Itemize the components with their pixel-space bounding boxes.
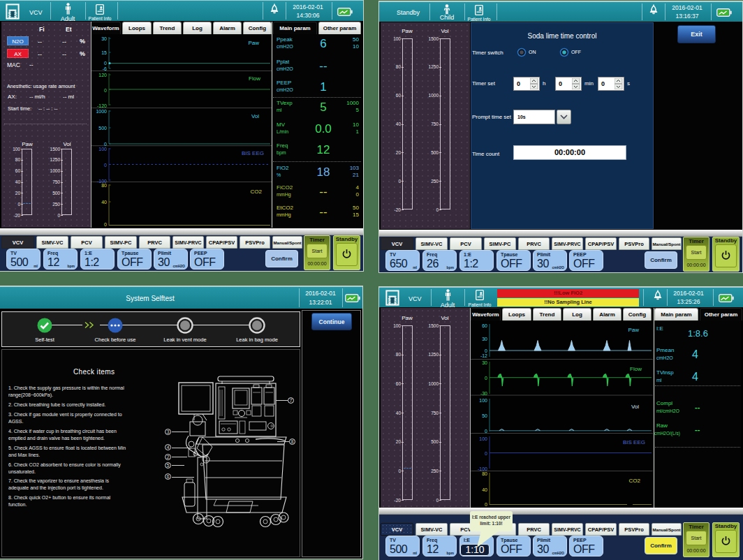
svg-text:30: 30 [482, 360, 487, 365]
svg-text:BIS EEG: BIS EEG [623, 439, 645, 445]
svg-text:Paw: Paw [248, 40, 259, 46]
svg-text:Flow: Flow [249, 75, 260, 82]
svg-text:Paw: Paw [628, 327, 639, 333]
svg-text:50: 50 [482, 413, 487, 418]
svg-text:0: 0 [104, 222, 107, 227]
svg-text:Vol: Vol [251, 113, 259, 119]
svg-text:-100: -100 [478, 466, 487, 471]
svg-text:15: 15 [101, 50, 107, 55]
svg-text:-6: -6 [103, 66, 107, 71]
svg-text:CO2: CO2 [629, 478, 641, 484]
svg-text:-12: -12 [480, 353, 487, 358]
svg-text:Vol: Vol [631, 404, 639, 410]
svg-text:80: 80 [482, 471, 487, 476]
svg-text:100: 100 [98, 147, 107, 152]
svg-text:0: 0 [485, 429, 487, 434]
svg-text:500: 500 [98, 126, 107, 131]
svg-text:100: 100 [479, 436, 487, 441]
svg-text:0: 0 [485, 376, 487, 381]
svg-text:0: 0 [104, 163, 107, 168]
svg-text:-30: -30 [480, 391, 487, 396]
svg-text:Flow: Flow [630, 366, 642, 372]
svg-text:40: 40 [101, 200, 107, 205]
svg-text:100: 100 [479, 398, 487, 403]
svg-text:0: 0 [104, 61, 107, 66]
svg-text:BIS EEG: BIS EEG [242, 150, 264, 156]
svg-text:60: 60 [482, 323, 487, 328]
svg-text:0: 0 [104, 142, 107, 147]
svg-text:80: 80 [101, 183, 107, 188]
svg-text:1000: 1000 [96, 109, 107, 114]
svg-text:40: 40 [482, 487, 487, 492]
svg-text:CO2: CO2 [251, 189, 263, 195]
svg-text:30: 30 [482, 337, 487, 341]
svg-text:0: 0 [485, 502, 487, 507]
svg-text:30: 30 [101, 36, 107, 41]
svg-text:0: 0 [485, 451, 487, 456]
svg-text:120: 120 [98, 73, 107, 78]
svg-text:0: 0 [104, 88, 107, 93]
svg-text:-120: -120 [97, 103, 107, 108]
svg-text:0: 0 [485, 348, 487, 353]
